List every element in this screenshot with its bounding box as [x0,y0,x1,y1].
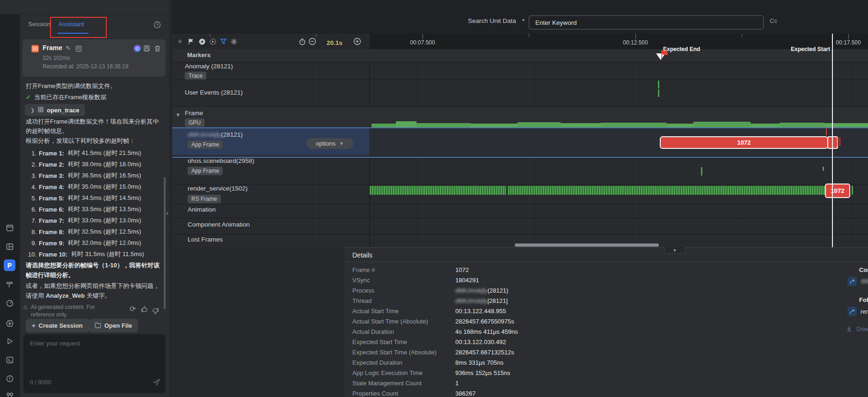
component-animation-label[interactable]: Component Animation [188,221,250,228]
ruler-minor-tick [529,34,529,37]
check-icon: ✓ [26,93,31,102]
zoom-out-icon[interactable] [308,37,317,46]
details-row: Frame #1072 [352,265,518,275]
alerts-icon[interactable] [4,373,15,384]
tool-call-chip[interactable]: ❯ open_trace [25,104,85,116]
trash-icon[interactable] [154,45,161,53]
session-recorded-at: Recorded at: 2025-12-13 16:35:19 [43,63,128,70]
following-flow-item[interactable]: render_service(1502): 3088083 [861,308,868,315]
gpu-usage-segment [693,122,751,127]
gpu-usage-segment [601,123,666,127]
lost-frames-label[interactable]: Lost Frames [188,236,223,243]
markers-header-row[interactable]: Markers [172,49,868,62]
ai-model-icon[interactable]: G [134,45,141,52]
horizontal-scrollbar[interactable] [515,243,659,247]
chat-scrollbar[interactable] [164,177,166,309]
chat-frame-item: 8.Frame 8: 耗时 32.5ms (超时 12.5ms) [26,226,144,237]
ruler-tick-label: 00:17.500 [836,39,861,46]
tab-session[interactable]: Session [28,21,51,28]
grid-icon [38,107,44,114]
zoom-in-icon[interactable] [353,37,362,46]
chat-reply-paragraph: 成功打开Frame调优数据文件！现在我来分析其中 的超时帧信息。 [26,117,166,136]
assistant-panel: Session Assistant Frame ✎ G 32s 102ms Re… [19,0,169,397]
settings-gear-icon[interactable] [229,37,238,46]
play-icon[interactable] [176,37,185,46]
frame-type-icon [31,45,39,52]
ai-disclaimer: AI-generated content. For reference only… [31,303,106,318]
collapse-details-handle[interactable]: ▼ [664,247,686,254]
pins-icon[interactable] [4,390,15,397]
user-events-label: User Events (28121) [185,89,243,96]
open-file-button[interactable]: Open File [88,319,138,332]
chat-frame-item: 3.Frame 3: 耗时 36.5ms (超时 16.5ms) [26,170,144,181]
gauge-icon[interactable] [4,297,15,309]
corresponding-slice-heading: Corresponding Slice: [859,266,868,273]
regenerate-icon[interactable]: ⟳ [130,304,136,313]
ruler-major-tick [635,34,636,39]
download-icon [846,325,853,334]
save-icon[interactable] [143,45,150,53]
edit-icon[interactable]: ✎ [66,44,71,51]
gpu-usage-segment [751,124,780,127]
chat-frame-item: 6.Frame 6: 耗时 33.5ms (超时 13.5ms) [26,204,144,215]
details-row: ProcessdMhJmvkjfy (28121) [352,285,518,295]
terminal-icon[interactable] [4,354,15,366]
range-select-icon[interactable] [208,37,217,46]
details-row: Properties Count386267 [352,388,518,397]
ruler-major-tick [848,34,849,39]
create-session-button[interactable]: + Create Session [26,319,89,332]
thumbs-down-icon[interactable] [152,308,159,316]
chevron-right-icon: ❯ [30,107,35,113]
corresponding-slice-text[interactable]: dMhJmvkjf[28121]: H:ReceiveVsync dataCou… [861,278,868,285]
jump-to-flow-icon[interactable] [847,307,857,316]
chevron-down-icon[interactable]: ▼ [175,112,181,118]
profiler-icon[interactable]: P [4,259,15,271]
search-bar: Search Unit Data ▾ Cc [172,0,868,34]
list-icon[interactable] [75,45,82,53]
board-icon[interactable] [4,222,15,234]
chevron-down-icon: ▼ [339,141,344,146]
chat-frame-item: 9.Frame 9: 耗时 32.0ms (超时 12.0ms) [26,237,144,249]
send-icon[interactable] [153,378,160,388]
keyword-input[interactable] [529,16,763,29]
overrun-tick [826,128,827,135]
chat-prompt: 请选择您想要分析的帧编号（1-10），我将针对该 帧进行详细分析。 [26,260,166,280]
collapse-panel-icon[interactable]: ‹ [166,209,168,217]
download-layout-button[interactable]: Download Layout [856,325,868,332]
ruler-tick-label: 00:07.500 [410,39,435,46]
session-name: Frame [43,44,62,51]
render-service-label: render_service(1502) [188,185,248,192]
tools-icon[interactable] [4,279,15,290]
animation-label[interactable]: Animation [188,206,216,213]
janky-frame-bar[interactable]: 1072 [660,136,828,149]
tool-rail: P [0,0,20,397]
layout-icon[interactable] [4,241,15,252]
janky-frame-stripe [838,137,839,146]
details-row: Actual Start Time00:13.122.448.955 [352,306,518,316]
rs-linked-frame-box[interactable]: 1072 [825,184,850,198]
rs-bar-gap [506,186,508,195]
gpu-usage-segment [780,123,824,127]
navigate-icon[interactable] [197,37,206,46]
history-icon[interactable] [153,21,161,30]
event-tick [701,167,702,176]
search-scope-dropdown[interactable]: Search Unit Data [468,17,516,24]
session-duration: 32s 102ms [43,55,70,61]
gpu-usage-segment [372,124,396,127]
options-dropdown-button[interactable]: options▼ [306,138,353,149]
anomaly-label: Anomaly (28121) [185,63,233,70]
flag-icon[interactable] [187,37,196,46]
ruler-major-tick [423,34,423,39]
stopwatch-icon[interactable] [298,37,306,46]
thumbs-up-icon[interactable] [141,306,148,314]
jump-to-slice-icon[interactable] [847,277,857,286]
session-card[interactable]: Frame ✎ G 32s 102ms Recorded at: 2025-12… [22,39,166,77]
frame-section-label: Frame [185,110,203,117]
render-service-frames-bar[interactable] [370,186,850,195]
run-icon[interactable] [4,335,15,347]
chat-status-line: ✓ 当前已存在Frame模板数据 [26,93,106,102]
filter-icon[interactable] [219,37,228,46]
rs-frame-badge: RS Frame [188,195,221,203]
hexagon-play-icon[interactable] [4,317,15,329]
match-case-toggle[interactable]: Cc [770,17,777,24]
